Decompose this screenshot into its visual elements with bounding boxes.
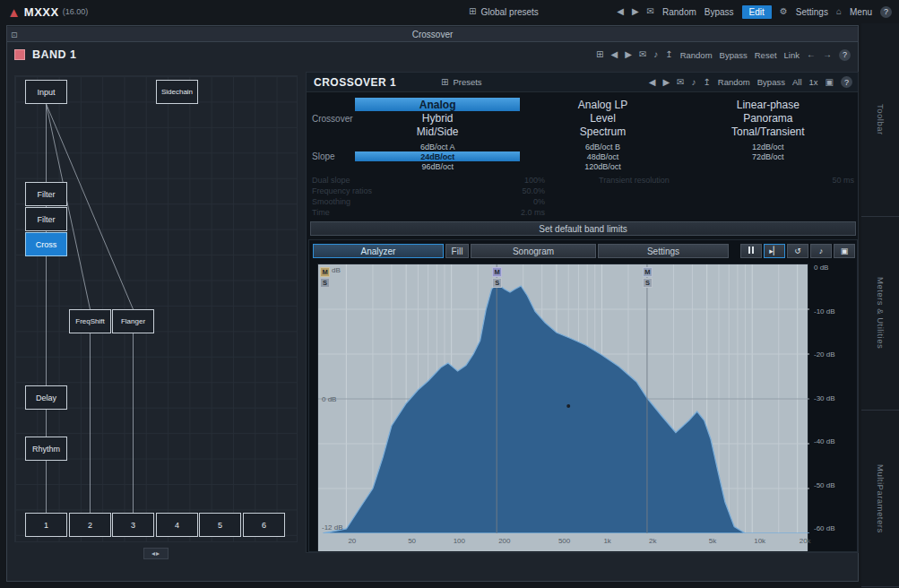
node-cross[interactable]: Cross [25, 232, 67, 256]
type-option-level[interactable]: Level [520, 111, 685, 125]
detach-icon[interactable]: ▣ [826, 78, 834, 87]
xo-speed-button[interactable]: 1x [809, 77, 818, 87]
gear-icon[interactable]: ⚙ [780, 7, 788, 16]
morph-note-icon[interactable]: ♪ [653, 50, 658, 59]
output-3[interactable]: 3 [112, 513, 154, 537]
xo-all-button[interactable]: All [792, 77, 802, 87]
spectrum-plot[interactable]: 12 dB 0 dB -12 dB 20501002005001k2k5k10k… [317, 264, 808, 552]
node-filter-1[interactable]: Filter [25, 182, 67, 206]
node-input[interactable]: Input [25, 80, 67, 104]
side-tab-meters-utilities[interactable]: Meters & Utilities [861, 217, 899, 411]
node-rhythm[interactable]: Rhythm [25, 437, 67, 461]
node-delay[interactable]: Delay [25, 385, 67, 410]
undo-icon[interactable]: ← [807, 50, 816, 59]
type-option-analog[interactable]: Analog [355, 98, 520, 111]
save-icon[interactable]: ✉ [639, 50, 646, 59]
reset-analysis-button[interactable]: ↺ [787, 244, 808, 258]
pause-button[interactable] [740, 244, 762, 258]
side-tab-multiparameters[interactable]: MultiParameters [861, 411, 899, 587]
prev-arrow-icon[interactable]: ◀ [610, 50, 618, 59]
tab-settings[interactable]: Settings [598, 244, 729, 258]
node-filter-2[interactable]: Filter [25, 207, 67, 231]
ms-marker-handle[interactable]: MS [643, 267, 653, 289]
output-5[interactable]: 5 [199, 513, 241, 537]
panel-resize-handle[interactable]: ◂▸ [143, 548, 169, 559]
ms-marker-handle[interactable]: MS [320, 267, 330, 289]
type-option-linear-phase[interactable]: Linear-phase [686, 98, 851, 111]
node-freqshift[interactable]: FreqShift [69, 309, 111, 333]
type-option-spectrum[interactable]: Spectrum [520, 125, 685, 139]
note-icon: ♪ [819, 246, 824, 255]
bypass-button[interactable]: Bypass [705, 7, 734, 17]
type-option-panorama[interactable]: Panorama [686, 111, 851, 125]
plot-cursor-dot [566, 404, 570, 408]
output-2[interactable]: 2 [69, 513, 111, 537]
tab-sonogram[interactable]: Sonogram [471, 244, 596, 258]
output-4[interactable]: 4 [156, 513, 198, 537]
xo-bypass-button[interactable]: Bypass [757, 77, 785, 87]
band-random-button[interactable]: Random [680, 50, 713, 60]
redo-icon[interactable]: → [823, 50, 832, 59]
menu-button[interactable]: Menu [850, 7, 872, 17]
side-handle[interactable]: S [492, 278, 502, 288]
mid-handle[interactable]: M [492, 267, 502, 277]
type-option-hybrid[interactable]: Hybrid [355, 111, 520, 125]
xo-help-icon[interactable]: ? [841, 76, 852, 88]
grid-icon[interactable]: ⊞ [596, 50, 603, 59]
save-icon[interactable]: ✉ [677, 78, 684, 87]
export-icon[interactable]: ↥ [665, 50, 672, 59]
type-option-analog-lp[interactable]: Analog LP [520, 98, 685, 111]
prev-preset-icon[interactable]: ◀ [617, 7, 624, 16]
slope-option-72[interactable]: 72dB/oct [686, 151, 851, 161]
collapse-icon[interactable]: ⊡ [11, 30, 18, 39]
type-option-mid-side[interactable]: Mid/Side [355, 125, 520, 139]
band-color-swatch[interactable] [14, 49, 25, 60]
next-arrow-icon[interactable]: ▶ [662, 78, 670, 87]
set-default-band-limits-button[interactable]: Set default band limits [310, 221, 856, 236]
prev-arrow-icon[interactable]: ◀ [649, 78, 656, 87]
mid-handle[interactable]: M [643, 267, 653, 277]
sample-button[interactable]: ♪ [810, 244, 832, 258]
output-1[interactable]: 1 [25, 513, 67, 537]
xo-random-button[interactable]: Random [718, 77, 750, 87]
home-icon[interactable]: ⌂ [836, 7, 842, 16]
slope-option-24[interactable]: 24dB/oct [355, 151, 520, 161]
save-preset-icon[interactable]: ✉ [647, 7, 654, 16]
crossover-section-bar[interactable]: ⊡ Crossover [7, 27, 858, 42]
presets-button[interactable]: ⊞ Presets [441, 77, 482, 87]
spectrum-svg[interactable] [318, 264, 809, 533]
side-handle[interactable]: S [320, 278, 330, 288]
ms-marker-handle[interactable]: MS [492, 267, 502, 289]
output-6[interactable]: 6 [243, 513, 285, 537]
node-sidechain[interactable]: Sidechain [156, 80, 198, 104]
global-presets-button[interactable]: ⊞ Global presets [469, 0, 539, 23]
slope-option-48[interactable]: 48dB/oct [520, 151, 685, 161]
tab-fill[interactable]: Fill [445, 244, 469, 258]
slope-option-96[interactable]: 96dB/oct [355, 161, 520, 171]
slope-option-6b[interactable]: 6dB/oct B [520, 142, 685, 151]
settings-button[interactable]: Settings [796, 7, 828, 17]
node-flanger[interactable]: Flanger [112, 309, 154, 333]
band-help-icon[interactable]: ? [839, 49, 851, 61]
slope-option-6a[interactable]: 6dB/oct A [355, 142, 520, 151]
random-button[interactable]: Random [662, 7, 696, 17]
next-preset-icon[interactable]: ▶ [632, 7, 639, 16]
side-tab-toolbar[interactable]: Toolbar [861, 23, 899, 217]
mid-handle[interactable]: M [320, 267, 330, 277]
slope-option-120[interactable]: 120dB/oct [520, 161, 685, 171]
band-link-button[interactable]: Link [784, 50, 800, 60]
help-icon[interactable]: ? [880, 6, 892, 18]
routing-graph[interactable]: Input Sidechain Filter Filter Cross Freq… [14, 75, 298, 542]
step-button[interactable]: ▸▏ [764, 244, 785, 258]
edit-button[interactable]: Edit [742, 5, 772, 19]
band-bypass-button[interactable]: Bypass [720, 50, 748, 60]
type-option-tonal-transient[interactable]: Tonal/Transient [686, 125, 851, 139]
export-analysis-button[interactable]: ▣ [834, 244, 855, 258]
export-icon[interactable]: ↥ [703, 78, 710, 87]
side-handle[interactable]: S [643, 278, 653, 288]
morph-note-icon[interactable]: ♪ [691, 78, 696, 87]
band-reset-button[interactable]: Reset [755, 50, 777, 60]
next-arrow-icon[interactable]: ▶ [625, 50, 632, 59]
slope-option-12[interactable]: 12dB/oct [686, 142, 851, 151]
tab-analyzer[interactable]: Analyzer [313, 244, 444, 258]
